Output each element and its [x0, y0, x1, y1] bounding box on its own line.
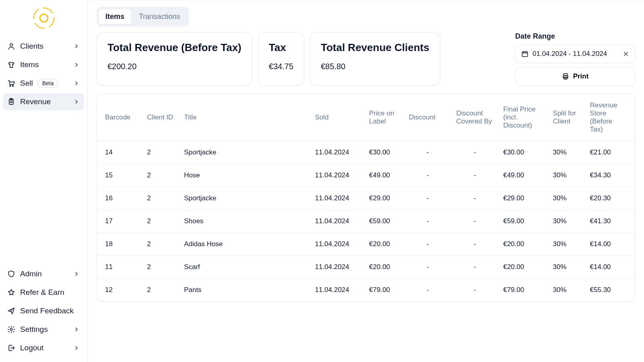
table-cell-client_id: 2 [142, 233, 179, 256]
print-label: Print [573, 72, 589, 80]
sidebar-item-label: Revenue [20, 97, 51, 106]
table-cell-discount: - [404, 279, 452, 302]
table-cell-rev_store: €21.00 [585, 141, 635, 164]
table-cell-discount_by: - [452, 164, 499, 187]
tab-items[interactable]: Items [99, 9, 131, 24]
table-cell-sold: 11.04.2024 [310, 279, 364, 302]
table-cell-client_id: 2 [142, 279, 179, 302]
sidebar-item-label: Sell [20, 79, 33, 88]
table-cell-split: 30% [548, 256, 585, 279]
chevron-right-icon [73, 270, 80, 278]
table-header-cell[interactable]: Price on Label [364, 94, 404, 141]
table-cell-rev_store: €14.00 [585, 256, 635, 279]
chevron-right-icon [73, 43, 80, 50]
sidebar-item-revenue[interactable]: Revenue [3, 93, 84, 110]
table-cell-client_id: 2 [142, 187, 179, 210]
table-cell-title: Adidas Hose [179, 233, 310, 256]
table-cell-barcode: 11 [97, 256, 142, 279]
table-cell-barcode: 17 [97, 210, 142, 233]
sidebar-item-refer-earn[interactable]: Refer & Earn [3, 284, 84, 301]
clear-date-icon[interactable] [623, 51, 629, 57]
table-cell-sold: 11.04.2024 [310, 210, 364, 233]
table-cell-split: 30% [548, 141, 585, 164]
brand-logo-icon [31, 6, 56, 31]
table-row[interactable]: 182Adidas Hose11.04.2024€20.00--€20.0030… [97, 233, 635, 256]
sidebar-item-logout[interactable]: Logout [3, 339, 84, 356]
sidebar-item-admin[interactable]: Admin [3, 265, 84, 282]
table-cell-client_id: 2 [142, 141, 179, 164]
table-cell-client_id: 2 [142, 164, 179, 187]
table-row[interactable]: 152Hose11.04.2024€49.00--€49.0030%€34.30 [97, 164, 635, 187]
card-value: €85.80 [321, 62, 429, 71]
table-cell-price: €29.00 [364, 187, 404, 210]
sidebar-item-settings[interactable]: Settings [3, 321, 84, 338]
table-header-cell[interactable]: Discount [404, 94, 452, 141]
table-row[interactable]: 172Shoes11.04.2024€59.00--€59.0030%€41.3… [97, 210, 635, 233]
date-range-picker[interactable]: 01.04.2024 - 11.04.2024 [515, 45, 635, 63]
card-total-revenue: Total Revenue (Before Tax) €200.20 [97, 32, 252, 86]
table-cell-split: 30% [548, 233, 585, 256]
table-body: 142Sportjacke11.04.2024€30.00--€30.0030%… [97, 141, 635, 302]
chevron-right-icon [73, 326, 80, 333]
table-cell-final: €49.00 [498, 164, 548, 187]
table-cell-discount_by: - [452, 187, 499, 210]
table-cell-rev_store: €41.30 [585, 210, 635, 233]
table-cell-final: €30.00 [498, 141, 548, 164]
table-header-cell[interactable]: Sold [310, 94, 364, 141]
sidebar: ClientsItemsSellBetaRevenue AdminRefer &… [0, 0, 88, 362]
logout-icon [7, 344, 15, 352]
table-cell-price: €20.00 [364, 233, 404, 256]
table-row[interactable]: 162Sportjacke11.04.2024€29.00--€29.0030%… [97, 187, 635, 210]
table-cell-final: €20.00 [498, 256, 548, 279]
table-header-cell[interactable]: Split for Client [548, 94, 585, 141]
table-cell-sold: 11.04.2024 [310, 164, 364, 187]
table-row[interactable]: 122Pants11.04.2024€79.00--€79.0030%€55.3… [97, 279, 635, 302]
table-header-cell[interactable]: Revenue Store (Before Tax) [585, 94, 635, 141]
table-header-cell[interactable]: Barcode [97, 94, 142, 141]
nav-top: ClientsItemsSellBetaRevenue [3, 38, 84, 110]
table-cell-rev_store: €55.30 [585, 279, 635, 302]
table-header-cell[interactable]: Client ID [142, 94, 179, 141]
beta-badge: Beta [38, 79, 58, 88]
sidebar-item-clients[interactable]: Clients [3, 38, 84, 55]
date-range-value: 01.04.2024 - 11.04.2024 [533, 50, 607, 58]
table-cell-discount_by: - [452, 233, 499, 256]
table-cell-price: €20.00 [364, 256, 404, 279]
logo [3, 6, 84, 31]
table-cell-price: €30.00 [364, 141, 404, 164]
tab-transactions[interactable]: Transactions [132, 9, 186, 24]
table-cell-discount_by: - [452, 210, 499, 233]
date-range-label: Date Range [515, 32, 635, 41]
table-row[interactable]: 142Sportjacke11.04.2024€30.00--€30.0030%… [97, 141, 635, 164]
sidebar-item-sell[interactable]: SellBeta [3, 75, 84, 92]
table-cell-discount: - [404, 210, 452, 233]
card-tax: Tax €34.75 [258, 32, 304, 86]
card-value: €200.20 [107, 62, 242, 71]
card-value: €34.75 [269, 62, 293, 71]
summary-row: Total Revenue (Before Tax) €200.20 Tax €… [97, 32, 635, 86]
table-cell-title: Shoes [179, 210, 310, 233]
svg-point-3 [12, 85, 14, 86]
table-cell-discount: - [404, 256, 452, 279]
table-cell-client_id: 2 [142, 210, 179, 233]
table-row[interactable]: 112Scarf11.04.2024€20.00--€20.0030%€14.0… [97, 256, 635, 279]
table-header-cell[interactable]: Final Price (incl. Discount) [498, 94, 548, 141]
star-icon [7, 288, 15, 296]
table-cell-final: €79.00 [498, 279, 548, 302]
svg-rect-7 [522, 52, 528, 57]
print-button[interactable]: Print [515, 67, 635, 86]
svg-point-1 [10, 43, 13, 46]
table-cell-price: €79.00 [364, 279, 404, 302]
table-header-cell[interactable]: Discount Covered By [452, 94, 499, 141]
sidebar-item-send-feedback[interactable]: Send Feedback [3, 302, 84, 319]
sidebar-item-items[interactable]: Items [3, 56, 84, 73]
chevron-right-icon [73, 344, 80, 352]
gear-icon [7, 325, 15, 333]
table-cell-sold: 11.04.2024 [310, 187, 364, 210]
table-cell-split: 30% [548, 210, 585, 233]
send-icon [7, 307, 15, 315]
table-cell-client_id: 2 [142, 256, 179, 279]
table-header-cell[interactable]: Title [179, 94, 310, 141]
table-cell-discount: - [404, 164, 452, 187]
table-cell-discount_by: - [452, 256, 499, 279]
